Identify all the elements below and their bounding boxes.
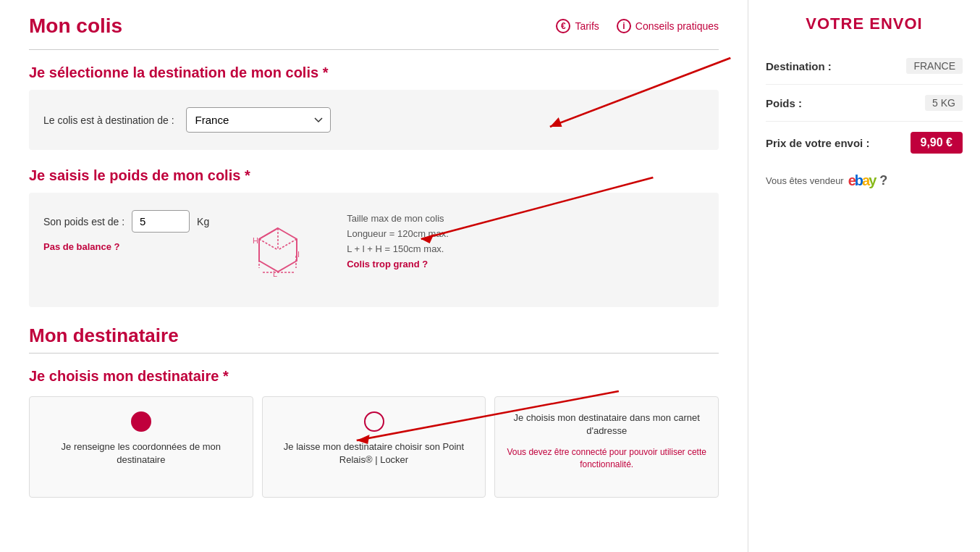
svg-text:L: L — [273, 269, 277, 278]
weight-left: Son poids est de : Kg Pas de balance ? — [43, 210, 209, 252]
destination-field-label: Le colis est à destination de : — [43, 114, 174, 126]
weight-card: Son poids est de : Kg Pas de balance ? — [29, 193, 719, 307]
radio-relay — [364, 411, 384, 432]
svg-text:H: H — [253, 236, 258, 245]
destination-section-title: Je sélectionne la destination de mon col… — [29, 64, 719, 81]
sidebar: VOTRE ENVOI Destination : FRANCE Poids :… — [748, 0, 980, 552]
question-mark: ? — [879, 173, 887, 188]
header-divider — [29, 49, 719, 50]
svg-line-10 — [278, 239, 297, 250]
choice-relay-label: Je laisse mon destinataire choisir son P… — [274, 440, 474, 467]
choice-card-addressbook[interactable]: Je choisis mon destinataire dans mon car… — [494, 396, 719, 498]
weight-unit: Kg — [197, 216, 209, 227]
choice-addressbook-sub: Vous devez être connecté pour pouvoir ut… — [507, 446, 706, 471]
too-large-link[interactable]: Colis trop grand ? — [347, 259, 449, 269]
package-icon-area: H L I — [238, 210, 318, 290]
ebay-logo: ebay — [848, 172, 876, 189]
conseils-icon: i — [617, 19, 631, 33]
max-length-label: Longueur = 120cm max. — [347, 228, 449, 239]
conseils-label: Conseils pratiques — [635, 20, 719, 32]
max-sum-label: L + l + H = 150cm max. — [347, 243, 449, 254]
radio-coordinates — [131, 411, 151, 432]
weight-section: Je saisis le poids de mon colis * Son po… — [29, 167, 719, 307]
destination-row: Le colis est à destination de : France E… — [43, 107, 704, 133]
page-title: Mon colis — [29, 14, 122, 38]
svg-line-9 — [259, 239, 278, 250]
header-links: € Tarifs i Conseils pratiques — [556, 19, 719, 33]
svg-text:I: I — [297, 250, 300, 259]
recipient-divider — [29, 353, 719, 354]
sidebar-title: VOTRE ENVOI — [766, 14, 963, 33]
destination-section: Je sélectionne la destination de mon col… — [29, 64, 719, 150]
choice-card-coordinates[interactable]: Je renseigne les coordonnées de mon dest… — [29, 396, 253, 498]
conseils-link[interactable]: i Conseils pratiques — [617, 19, 719, 33]
choice-coordinates-label: Je renseigne les coordonnées de mon dest… — [41, 440, 241, 467]
choice-addressbook-label: Je choisis mon destinataire dans mon car… — [507, 411, 706, 438]
destination-row-sidebar: Destination : FRANCE — [766, 48, 963, 85]
weight-input[interactable] — [132, 210, 190, 233]
weight-row: Son poids est de : Kg — [43, 210, 209, 233]
no-scale-link[interactable]: Pas de balance ? — [43, 241, 209, 252]
recipient-required: * — [223, 368, 229, 384]
choice-card-relay[interactable]: Je laisse mon destinataire choisir son P… — [262, 396, 486, 498]
destination-card: Le colis est à destination de : France E… — [29, 90, 719, 150]
weight-card-inner: Son poids est de : Kg Pas de balance ? — [43, 210, 704, 290]
weight-field-label: Son poids est de : — [43, 216, 124, 227]
recipient-big-title: Mon destinataire — [29, 325, 719, 347]
tarifs-link[interactable]: € Tarifs — [556, 19, 599, 33]
choice-cards: Je renseigne les coordonnées de mon dest… — [29, 396, 719, 498]
tarifs-label: Tarifs — [575, 20, 599, 32]
recipient-section: Mon destinataire Je choisis mon destinat… — [29, 325, 719, 498]
weight-section-title: Je saisis le poids de mon colis * — [29, 167, 719, 184]
sidebar-weight-label: Poids : — [766, 97, 802, 109]
svg-line-7 — [259, 228, 278, 239]
max-size-title: Taille max de mon colis — [347, 213, 449, 224]
sidebar-destination-value: FRANCE — [906, 58, 963, 74]
ebay-label: Vous êtes vendeur — [766, 175, 844, 186]
package-icon: H L I — [245, 217, 311, 283]
page-header: Mon colis € Tarifs i Conseils pratiques — [29, 14, 719, 38]
sidebar-price-label: Prix de votre envoi : — [766, 137, 869, 149]
destination-required: * — [323, 64, 329, 80]
weight-row-sidebar: Poids : 5 KG — [766, 85, 963, 122]
sidebar-destination-label: Destination : — [766, 60, 832, 72]
price-row-sidebar: Prix de votre envoi : 9,90 € — [766, 122, 963, 164]
recipient-section-title: Je choisis mon destinataire * — [29, 368, 719, 385]
price-badge: 9,90 € — [911, 132, 963, 154]
ebay-row: Vous êtes vendeur ebay ? — [766, 172, 963, 189]
weight-required: * — [245, 167, 250, 183]
weight-info: Taille max de mon colis Longueur = 120cm… — [347, 213, 449, 269]
tarifs-icon: € — [556, 19, 570, 33]
destination-select[interactable]: France Europe Monde — [186, 107, 331, 133]
sidebar-weight-value: 5 KG — [925, 95, 963, 111]
